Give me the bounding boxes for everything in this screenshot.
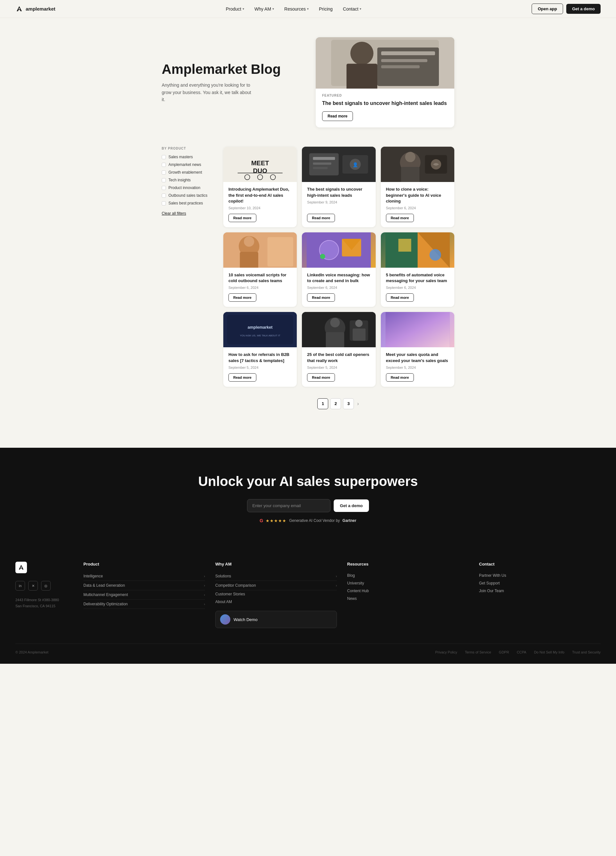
chevron-right-icon: › bbox=[204, 574, 205, 578]
filter-checkbox[interactable] bbox=[162, 186, 166, 190]
card-image: MEET DUO bbox=[223, 147, 297, 182]
footer-deliverability-link[interactable]: Deliverability Optimization › bbox=[83, 600, 205, 609]
twitter-social-button[interactable]: ✕ bbox=[28, 581, 38, 591]
trust-security-link[interactable]: Trust and Security bbox=[572, 650, 601, 654]
logo[interactable]: amplemarket bbox=[15, 5, 55, 13]
svg-point-25 bbox=[405, 152, 415, 162]
privacy-policy-link[interactable]: Privacy Policy bbox=[435, 650, 457, 654]
svg-point-31 bbox=[244, 237, 254, 247]
clear-filters-link[interactable]: Clear all filters bbox=[162, 211, 186, 216]
footer-col-why-am: Why AM Solutions › Competitor Comparison… bbox=[215, 562, 337, 628]
footer-about-am-link[interactable]: About AM bbox=[215, 598, 337, 606]
footer-data-lead-link[interactable]: Data & Lead Generation › bbox=[83, 581, 205, 590]
cta-email-input[interactable] bbox=[247, 499, 330, 512]
svg-rect-3 bbox=[347, 63, 377, 89]
card-body: 10 sales voicemail scripts for cold outb… bbox=[223, 268, 297, 307]
nav-product[interactable]: Product ▾ bbox=[221, 5, 249, 14]
filter-item[interactable]: Growth enablement bbox=[162, 170, 213, 175]
article-read-more-button[interactable]: Read more bbox=[229, 293, 257, 302]
ccpa-link[interactable]: CCPA bbox=[517, 650, 527, 654]
footer-col-resources: Resources Blog University Content Hub Ne… bbox=[347, 562, 469, 628]
article-date: September 5, 2024 bbox=[386, 366, 449, 369]
filter-checkbox[interactable] bbox=[162, 194, 166, 198]
nav-why-am[interactable]: Why AM ▾ bbox=[250, 5, 278, 14]
page-next-button[interactable]: › bbox=[356, 401, 360, 406]
article-read-more-button[interactable]: Read more bbox=[307, 293, 335, 302]
card-body: LinkedIn voice messaging: how to create … bbox=[302, 268, 375, 307]
article-title: Meet your sales quota and exceed your te… bbox=[386, 352, 449, 363]
svg-rect-5 bbox=[381, 51, 435, 55]
article-title: 25 of the best cold call openers that re… bbox=[307, 352, 370, 363]
card-body: 25 of the best cold call openers that re… bbox=[302, 347, 375, 386]
instagram-social-button[interactable]: ◎ bbox=[41, 581, 51, 591]
footer-university-link[interactable]: University bbox=[347, 579, 469, 587]
article-title: The best signals to uncover high-intent … bbox=[307, 186, 370, 198]
filter-checkbox[interactable] bbox=[162, 178, 166, 182]
footer-partner-link[interactable]: Partner With Us bbox=[479, 572, 601, 579]
open-app-button[interactable]: Open app bbox=[532, 3, 563, 14]
filter-checkbox[interactable] bbox=[162, 163, 166, 167]
do-not-sell-link[interactable]: Do Not Sell My Info bbox=[534, 650, 564, 654]
cta-demo-button[interactable]: Get a demo bbox=[334, 499, 369, 512]
filter-label: Product innovation bbox=[169, 186, 200, 190]
filter-item[interactable]: Outbound sales tactics bbox=[162, 193, 213, 198]
filter-item[interactable]: Sales best practices bbox=[162, 201, 213, 205]
page-3-button[interactable]: 3 bbox=[343, 398, 354, 409]
svg-text:DUO: DUO bbox=[253, 168, 267, 175]
footer-news-link[interactable]: News bbox=[347, 595, 469, 602]
card-body: Meet your sales quota and exceed your te… bbox=[381, 347, 454, 386]
article-card: LinkedIn voice messaging: how to create … bbox=[302, 232, 375, 307]
filter-checkbox[interactable] bbox=[162, 201, 166, 205]
chevron-down-icon: ▾ bbox=[243, 7, 244, 11]
featured-read-more-button[interactable]: Read more bbox=[322, 111, 353, 121]
footer-social: in ✕ ◎ bbox=[15, 581, 73, 591]
footer-col-product: Product Intelligence › Data & Lead Gener… bbox=[83, 562, 205, 628]
footer-solutions-link[interactable]: Solutions › bbox=[215, 572, 337, 581]
svg-rect-17 bbox=[313, 157, 335, 160]
nav-resources[interactable]: Resources ▾ bbox=[280, 5, 313, 14]
featured-card: FEATURED The best signals to uncover hig… bbox=[316, 37, 454, 128]
footer-contact-title: Contact bbox=[479, 562, 601, 567]
chevron-right-icon: › bbox=[336, 574, 337, 578]
footer-support-link[interactable]: Get Support bbox=[479, 579, 601, 587]
svg-point-55 bbox=[355, 320, 363, 327]
footer-join-team-link[interactable]: Join Our Team bbox=[479, 587, 601, 595]
footer-intelligence-link[interactable]: Intelligence › bbox=[83, 572, 205, 581]
article-read-more-button[interactable]: Read more bbox=[229, 214, 257, 222]
footer-bottom-links: Privacy Policy Terms of Service GDPR CCP… bbox=[435, 650, 601, 654]
footer-content-hub-link[interactable]: Content Hub bbox=[347, 587, 469, 595]
article-read-more-button[interactable]: Read more bbox=[229, 373, 257, 382]
svg-marker-45 bbox=[398, 239, 411, 252]
filter-item[interactable]: Sales masters bbox=[162, 155, 213, 159]
terms-of-service-link[interactable]: Terms of Service bbox=[465, 650, 491, 654]
filter-item[interactable]: Product innovation bbox=[162, 186, 213, 190]
filter-checkbox[interactable] bbox=[162, 171, 166, 175]
linkedin-social-button[interactable]: in bbox=[15, 581, 25, 591]
svg-point-37 bbox=[320, 254, 325, 259]
cta-form: Get a demo bbox=[8, 499, 608, 512]
filter-item[interactable]: Tech insights bbox=[162, 178, 213, 182]
footer-columns: Product Intelligence › Data & Lead Gener… bbox=[83, 562, 601, 628]
footer-blog-link[interactable]: Blog bbox=[347, 572, 469, 579]
article-read-more-button[interactable]: Read more bbox=[386, 373, 414, 382]
article-read-more-button[interactable]: Read more bbox=[307, 373, 335, 382]
footer-multichannel-link[interactable]: Multichannel Engagement › bbox=[83, 590, 205, 600]
nav-contact[interactable]: Contact ▾ bbox=[338, 5, 366, 14]
footer-customer-stories-link[interactable]: Customer Stories bbox=[215, 590, 337, 598]
nav-pricing[interactable]: Pricing bbox=[315, 5, 337, 14]
footer-competitor-link[interactable]: Competitor Comparison › bbox=[215, 581, 337, 590]
filter-checkbox[interactable] bbox=[162, 155, 166, 159]
filter-item[interactable]: Amplemarket news bbox=[162, 162, 213, 167]
page-1-button[interactable]: 1 bbox=[317, 398, 328, 409]
cta-title: Unlock your AI sales superpowers bbox=[8, 473, 608, 490]
page-2-button[interactable]: 2 bbox=[330, 398, 341, 409]
footer-logo bbox=[15, 562, 73, 573]
watch-demo-button[interactable]: Watch Demo bbox=[215, 611, 337, 628]
article-card: Meet your sales quota and exceed your te… bbox=[381, 312, 454, 386]
card-image bbox=[381, 147, 454, 182]
get-demo-button[interactable]: Get a demo bbox=[566, 4, 601, 14]
article-read-more-button[interactable]: Read more bbox=[307, 214, 335, 222]
gdpr-link[interactable]: GDPR bbox=[499, 650, 509, 654]
article-read-more-button[interactable]: Read more bbox=[386, 293, 414, 302]
article-read-more-button[interactable]: Read more bbox=[386, 214, 414, 222]
